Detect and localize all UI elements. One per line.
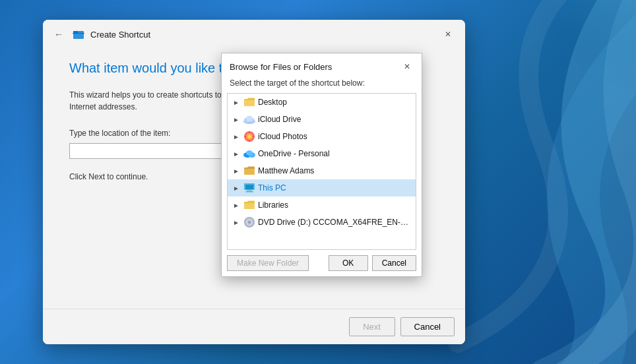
libraries-icon xyxy=(243,199,255,211)
dvd-drive-icon xyxy=(243,216,255,228)
browse-file-list[interactable]: ► Desktop ► iCloud Drive xyxy=(227,93,416,250)
wizard-title: Create Shortcut xyxy=(90,30,150,40)
location-input[interactable] xyxy=(69,143,241,159)
wizard-close-button[interactable]: ✕ xyxy=(439,25,457,44)
browse-item-label-this-pc: This PC xyxy=(258,183,412,193)
svg-rect-2 xyxy=(73,31,78,33)
expand-icon-icloud-photos: ► xyxy=(232,132,241,141)
browse-item-label-matthew-adams: Matthew Adams xyxy=(258,166,412,175)
wizard-footer: Next Cancel xyxy=(43,309,465,344)
expand-icon-icloud-drive: ► xyxy=(232,115,241,124)
svg-point-7 xyxy=(246,115,253,121)
browse-cancel-button[interactable]: Cancel xyxy=(372,255,416,271)
next-button[interactable]: Next xyxy=(349,317,395,336)
svg-rect-19 xyxy=(245,185,253,189)
browse-titlebar: Browse for Files or Folders ✕ xyxy=(222,53,422,78)
this-pc-icon xyxy=(243,182,255,194)
browse-item-label-libraries: Libraries xyxy=(258,200,412,210)
browse-item-icloud-photos[interactable]: ► iCloud Photos xyxy=(228,128,416,145)
icloud-drive-icon xyxy=(243,113,255,125)
onedrive-icon xyxy=(243,148,255,160)
browse-item-label-icloud-drive: iCloud Drive xyxy=(258,115,412,124)
expand-icon-this-pc: ► xyxy=(232,183,241,193)
browse-subtitle: Select the target of the shortcut below: xyxy=(222,78,422,93)
cancel-button[interactable]: Cancel xyxy=(400,317,455,336)
folder-icon-matthew-adams xyxy=(243,165,255,177)
svg-point-10 xyxy=(248,135,251,138)
expand-icon-desktop: ► xyxy=(232,98,241,107)
browse-item-label-onedrive: OneDrive - Personal xyxy=(258,149,412,158)
browse-item-desktop[interactable]: ► Desktop xyxy=(228,94,416,111)
expand-icon-matthew-adams: ► xyxy=(232,166,241,175)
browse-item-label-icloud-photos: iCloud Photos xyxy=(258,132,412,141)
browse-item-label-dvd-drive: DVD Drive (D:) CCCOMA_X64FRE_EN-GB_DV xyxy=(258,218,412,227)
browse-close-button[interactable]: ✕ xyxy=(399,59,415,75)
browse-footer: Make New Folder OK Cancel xyxy=(222,250,422,276)
icloud-photos-icon xyxy=(243,131,255,142)
titlebar-left: ← Create Shortcut xyxy=(51,26,150,42)
browse-item-onedrive[interactable]: ► OneDrive - Personal xyxy=(228,145,416,162)
wizard-titlebar: ← Create Shortcut ✕ xyxy=(43,20,465,47)
expand-icon-libraries: ► xyxy=(232,200,241,210)
svg-rect-3 xyxy=(73,33,84,34)
svg-point-25 xyxy=(249,222,250,223)
browse-item-libraries[interactable]: ► Libraries xyxy=(228,197,416,214)
browse-ok-button[interactable]: OK xyxy=(329,255,368,271)
browse-dialog: Browse for Files or Folders ✕ Select the… xyxy=(221,53,422,277)
svg-point-0 xyxy=(491,0,636,119)
browse-dialog-title: Browse for Files or Folders xyxy=(230,62,332,72)
back-icon: ← xyxy=(54,29,63,40)
make-new-folder-button[interactable]: Make New Folder xyxy=(227,255,309,271)
browse-item-dvd-drive[interactable]: ► DVD Drive (D:) CCCOMA_X64FRE_EN-GB_DV xyxy=(228,214,416,231)
back-button[interactable]: ← xyxy=(51,26,67,42)
wizard-icon xyxy=(72,28,85,41)
expand-icon-onedrive: ► xyxy=(232,149,241,158)
browse-item-matthew-adams[interactable]: ► Matthew Adams xyxy=(228,162,416,179)
browse-item-label-desktop: Desktop xyxy=(258,98,412,107)
browse-item-icloud-drive[interactable]: ► iCloud Drive xyxy=(228,111,416,128)
svg-rect-21 xyxy=(245,191,253,193)
expand-icon-dvd-drive: ► xyxy=(232,218,241,227)
svg-rect-20 xyxy=(247,190,252,191)
svg-point-17 xyxy=(246,150,253,156)
browse-item-this-pc[interactable]: ► This PC xyxy=(228,179,416,197)
folder-icon-desktop xyxy=(243,96,255,108)
